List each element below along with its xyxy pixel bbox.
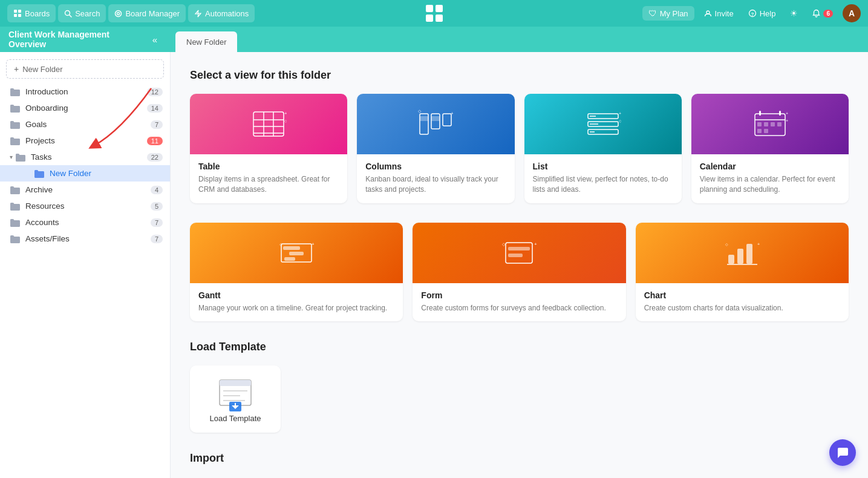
header-row: Client Work Management Overview « New Fo… [0,27,868,52]
board-manager-icon [114,10,122,18]
gantt-icon: + ◇ [278,238,315,268]
automations-label: Automations [205,9,249,18]
view-card-calendar-name: Calendar [700,162,840,171]
svg-rect-10 [426,15,433,22]
svg-text:+: + [786,119,788,123]
sidebar-item-onboarding-label: Onboarding [25,103,147,113]
svg-rect-52 [289,252,304,255]
chat-bubble[interactable] [829,439,856,466]
svg-text:◇: ◇ [619,119,621,123]
my-plan-button[interactable]: 🛡 My Plan [642,6,694,21]
notifications-button[interactable]: 6 [808,4,838,22]
chat-icon [836,446,849,459]
view-grid-row2: + ◇ Gantt Manage your work on a timeline… [190,223,849,322]
sidebar-item-archive[interactable]: Archive 4 [0,182,170,198]
svg-text:+: + [312,241,315,247]
boards-icon [13,9,22,18]
view-card-columns-name: Columns [365,162,506,171]
svg-rect-15 [253,112,284,136]
svg-rect-47 [764,129,768,133]
tab-label: New Folder [186,38,226,47]
load-template-icon [216,378,255,414]
sidebar-item-projects[interactable]: Projects 11 [0,133,170,149]
sidebar-item-onboarding[interactable]: Onboarding 14 [0,100,170,116]
svg-text:+: + [786,111,788,116]
search-label: Search [75,9,100,18]
sidebar-item-assets-files[interactable]: Assets/Files 7 [0,231,170,247]
view-grid-row1: + ◇ Table Display items in a spreadsheet… [190,94,849,203]
view-card-chart-desc: Create custom charts for data visualizat… [644,303,840,313]
view-card-gantt[interactable]: + ◇ Gantt Manage your work on a timeline… [190,223,403,322]
svg-rect-11 [436,15,443,22]
invite-icon [704,10,712,18]
folder-icon [10,202,21,211]
svg-text:◇: ◇ [284,119,287,123]
sidebar-item-introduction[interactable]: Introduction 12 [0,83,170,100]
sidebar-item-tasks-count: 22 [147,153,163,162]
help-button[interactable]: ? Help [743,4,781,22]
load-template-card[interactable]: Load Template [190,365,281,433]
sidebar-item-accounts-label: Accounts [25,218,151,227]
user-avatar[interactable]: A [843,4,861,22]
folder-icon [10,218,21,227]
view-card-columns[interactable]: ◇ + Columns Kanban board, ideal to visua… [357,94,514,203]
view-thumb-columns: ◇ + [357,94,514,154]
sidebar-item-tasks[interactable]: ▾ Tasks 22 [0,149,170,165]
folder-icon [10,88,21,96]
view-card-table-body: Table Display items in a spreadsheet. Gr… [190,154,347,203]
sidebar-item-goals-count: 7 [151,120,163,129]
view-card-table[interactable]: + ◇ Table Display items in a spreadsheet… [190,94,347,203]
svg-text:◇: ◇ [418,109,422,113]
view-card-list[interactable]: + ◇ List Simplified list view, perfect f… [524,94,682,203]
svg-rect-42 [757,122,762,126]
view-card-table-desc: Display items in a spreadsheet. Great fo… [198,174,339,195]
new-folder-button[interactable]: + New Folder [6,59,164,79]
view-card-table-name: Table [198,162,339,171]
new-folder-tab[interactable]: New Folder [175,31,237,52]
view-card-chart-name: Chart [644,290,840,300]
boards-button[interactable]: Boards [7,4,56,22]
help-label: Help [760,9,776,18]
view-thumb-list: + ◇ [524,94,682,154]
svg-line-5 [70,15,72,17]
sidebar-item-onboarding-count: 14 [147,104,163,113]
collapse-sidebar-button[interactable]: « [148,32,162,47]
bell-icon [812,9,820,18]
form-icon: ◇ + [501,238,537,268]
search-button[interactable]: Search [58,4,106,22]
invite-button[interactable]: Invite [699,4,739,22]
chevron-down-icon: ▾ [10,154,13,160]
automations-button[interactable]: Automations [188,4,255,22]
invite-label: Invite [715,9,734,18]
board-manager-button[interactable]: Board Manager [108,4,186,22]
sidebar-item-goals-label: Goals [25,120,151,129]
view-card-chart[interactable]: ◇ + Chart Create custom charts for data … [636,223,849,322]
sidebar-header: Client Work Management Overview « [0,27,171,52]
sidebar-item-accounts[interactable]: Accounts 7 [0,214,170,231]
sidebar-item-goals[interactable]: Goals 7 [0,116,170,133]
svg-rect-43 [764,122,768,126]
sidebar-item-new-folder[interactable]: New Folder [0,165,170,182]
theme-toggle-button[interactable]: ☀ [785,4,803,22]
view-card-calendar[interactable]: + + Calendar View items in a calendar. P… [691,94,849,203]
folder-icon [10,186,21,194]
svg-rect-24 [431,114,440,129]
sidebar-item-resources[interactable]: Resources 5 [0,198,170,214]
view-card-form-desc: Create custom forms for surveys and feed… [421,303,617,313]
svg-rect-68 [220,380,251,386]
import-section: Import [190,452,849,465]
view-card-form[interactable]: ◇ + Form Create custom forms for surveys… [413,223,625,322]
load-template-label: Load Template [209,414,261,423]
view-card-gantt-body: Gantt Manage your work on a timeline. Gr… [190,283,403,322]
sun-icon: ☀ [790,8,798,18]
sidebar-item-archive-label: Archive [25,185,151,194]
svg-rect-1 [18,10,21,13]
folder-icon [10,137,21,145]
app-logo [423,2,445,24]
help-icon: ? [748,9,757,18]
sidebar-item-resources-label: Resources [25,201,151,211]
sidebar-item-projects-count: 11 [147,137,163,145]
new-folder-label: New Folder [22,65,62,74]
automations-icon [194,10,202,18]
select-view-title: Select a view for this folder [190,69,849,82]
